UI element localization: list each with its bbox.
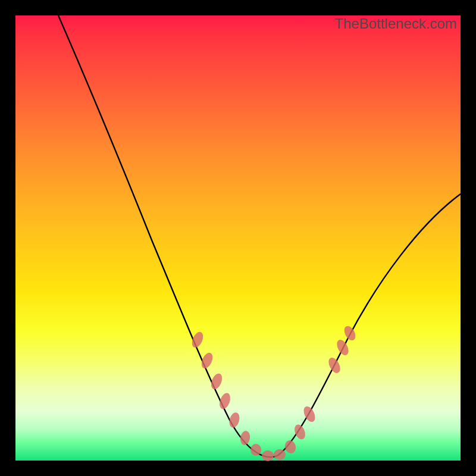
bead	[326, 356, 342, 375]
bead	[228, 411, 242, 428]
chart-svg	[15, 15, 461, 461]
bead	[342, 324, 358, 342]
bead	[250, 444, 261, 456]
bead	[274, 449, 286, 460]
bead	[293, 423, 308, 441]
bead	[239, 430, 251, 446]
bottleneck-curve-path	[58, 15, 461, 457]
bead	[334, 338, 350, 357]
bead	[284, 439, 298, 455]
bead	[262, 450, 274, 461]
outer-frame: TheBottleneck.com	[0, 0, 476, 476]
plot-area: TheBottleneck.com	[15, 15, 461, 461]
highlight-beads-group	[190, 324, 358, 461]
bead	[190, 330, 205, 349]
